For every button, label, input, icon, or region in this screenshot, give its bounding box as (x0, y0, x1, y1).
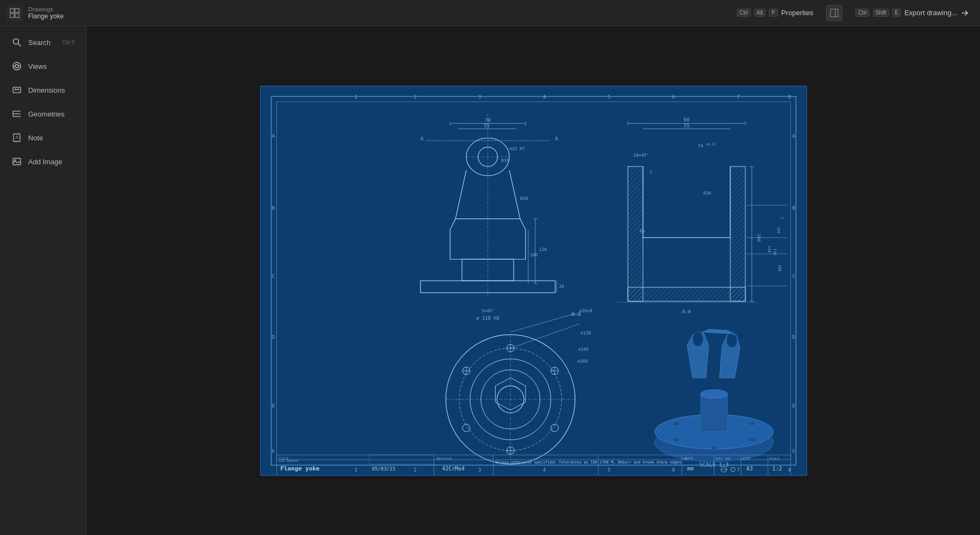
sidebar-item-add-image[interactable]: Add Image (3, 150, 83, 173)
sidebar-search-label: Search (28, 38, 50, 47)
svg-text:4: 4 (543, 467, 546, 473)
svg-text:A: A (15, 135, 18, 140)
svg-text:SIZE: SIZE (742, 456, 750, 460)
svg-rect-160 (700, 394, 728, 431)
search-icon (11, 36, 23, 48)
svg-point-159 (710, 446, 718, 450)
svg-point-162 (692, 331, 703, 346)
svg-text:⌀120: ⌀120 (580, 331, 590, 336)
canvas-area[interactable]: 1 2 3 4 5 6 7 8 1 2 3 4 5 6 7 8 A B (87, 26, 980, 535)
svg-text:1: 1 (354, 467, 357, 473)
svg-text:128: 128 (767, 246, 771, 253)
svg-text:Flange yoke: Flange yoke (280, 465, 320, 472)
svg-rect-3 (15, 13, 19, 17)
svg-text:Unless otherwise specified: To: Unless otherwise specified: Tolerances a… (495, 460, 681, 465)
views-icon (11, 60, 23, 72)
properties-kbd-key: P (769, 9, 778, 17)
svg-text:B: B (271, 205, 274, 210)
sidebar-item-geometries[interactable]: Geometries (3, 102, 83, 125)
svg-text:D: D (792, 334, 795, 340)
svg-text:E: E (271, 403, 274, 408)
svg-text:7: 7 (737, 94, 739, 99)
svg-rect-4 (830, 9, 838, 17)
svg-text:A: A (271, 133, 275, 139)
svg-text:C: C (271, 274, 274, 279)
svg-text:Material: Material (437, 456, 452, 460)
svg-text:F: F (792, 449, 795, 454)
sidebar-geometries-label: Geometries (28, 110, 64, 118)
svg-text:7: 7 (649, 170, 652, 175)
svg-text:⌀32 H7: ⌀32 H7 (509, 146, 525, 151)
svg-text:PROJ. ANG.: PROJ. ANG. (716, 457, 732, 460)
svg-text:55: 55 (484, 123, 490, 128)
svg-text:LAST UPDATED: LAST UPDATED (278, 459, 298, 462)
sidebar-views-label: Views (28, 62, 47, 70)
svg-text:20: 20 (559, 283, 564, 288)
geometries-icon (11, 108, 23, 120)
svg-text:A: A (420, 136, 424, 141)
svg-text:B: B (792, 205, 795, 210)
svg-text:mm: mm (687, 466, 693, 472)
svg-text:⌀160: ⌀160 (578, 347, 588, 352)
sidebar-dimensions-label: Dimensions (28, 86, 65, 94)
export-kbd-ctrl: Ctrl (855, 9, 869, 17)
svg-text:120: 120 (538, 247, 547, 252)
svg-text:D: D (271, 334, 274, 340)
svg-point-156 (748, 437, 755, 442)
svg-text:A: A (555, 136, 558, 141)
svg-text:UNITS: UNITS (683, 456, 693, 460)
svg-text:+2: +2 (780, 216, 783, 219)
svg-text:5: 5 (607, 467, 610, 473)
svg-text:3: 3 (478, 467, 481, 473)
svg-text:A3: A3 (746, 466, 752, 472)
drawing-container: 1 2 3 4 5 6 7 8 1 2 3 4 5 6 7 8 A B (260, 86, 807, 476)
svg-text:2: 2 (413, 467, 416, 473)
svg-rect-91 (628, 166, 643, 301)
properties-label: Properties (781, 9, 813, 17)
sidebar-note-label: Note (28, 134, 43, 142)
sidebar-item-search[interactable]: Search Ctrl F (3, 31, 83, 54)
sidebar-item-views[interactable]: Views (3, 55, 83, 78)
properties-button[interactable]: Ctrl Alt P Properties (732, 7, 817, 19)
svg-text:R30: R30 (703, 190, 711, 195)
svg-text:R35: R35 (501, 158, 509, 163)
svg-point-155 (748, 421, 755, 426)
svg-text:42CrMo4: 42CrMo4 (442, 466, 464, 472)
svg-text:4: 4 (543, 94, 546, 99)
svg-text:R20: R20 (520, 196, 528, 201)
svg-text:R5: R5 (639, 228, 645, 233)
svg-text:SCALE: SCALE (769, 456, 779, 460)
svg-text:6: 6 (672, 94, 674, 99)
svg-text:100: 100 (777, 265, 782, 272)
svg-text:⌀200: ⌀200 (577, 359, 587, 364)
svg-point-163 (726, 332, 737, 347)
note-icon: A (11, 132, 23, 144)
export-button[interactable]: Ctrl Shift E Export drawing... (851, 7, 973, 20)
breadcrumb: Drawings Flange yoke (28, 6, 63, 20)
sidebar-item-note[interactable]: A Note (3, 126, 83, 149)
export-kbd-shift: Shift (873, 9, 889, 17)
app-icon (7, 5, 23, 21)
svg-text:F: F (271, 449, 274, 454)
svg-text:C: C (792, 274, 795, 279)
svg-text:55: 55 (684, 123, 690, 128)
svg-text:2: 2 (413, 94, 416, 99)
main-content: Search Ctrl F Views (0, 26, 980, 535)
svg-text:A—A: A—A (682, 308, 691, 314)
svg-rect-0 (10, 8, 14, 12)
sidebar-item-dimensions[interactable]: Dimensions (3, 79, 83, 101)
svg-text:3×45°: 3×45° (481, 308, 494, 313)
svg-rect-92 (730, 166, 745, 301)
svg-text:165: 165 (776, 227, 781, 234)
breadcrumb-parent: Drawings (28, 6, 63, 12)
sidebar-add-image-label: Add Image (28, 158, 62, 166)
dimensions-icon (11, 84, 23, 96)
svg-text:1: 1 (354, 94, 357, 99)
svg-text:10×45°: 10×45° (633, 153, 648, 158)
breadcrumb-current: Flange yoke (28, 12, 63, 20)
top-bar-right: Ctrl Alt P Properties Ctrl Shift E Expor… (732, 5, 973, 21)
sidebar: Search Ctrl F Views (0, 26, 87, 535)
svg-text:E: E (792, 403, 795, 408)
properties-kbd-ctrl: Ctrl (737, 9, 751, 17)
panel-toggle-button[interactable] (826, 5, 842, 21)
